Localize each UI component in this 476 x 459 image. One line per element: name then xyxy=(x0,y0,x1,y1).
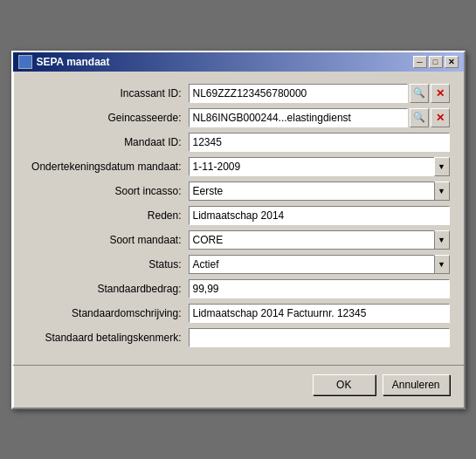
form-content: Incassant ID: 🔍 ✕ Geincasseerde: 🔍 ✕ xyxy=(13,72,464,358)
ondertekeningsdatum-label: Ondertekeningsdatum mandaat: xyxy=(27,161,189,173)
dropdown-arrow-icon: ▼ xyxy=(438,187,445,195)
standaard-betalingskenmerk-label: Standaard betalingskenmerk: xyxy=(27,332,189,344)
incassant-id-clear-button[interactable]: ✕ xyxy=(431,84,450,103)
window-icon xyxy=(18,55,32,69)
incassant-id-label: Incassant ID: xyxy=(27,87,189,99)
soort-mandaat-row: CORE ▼ xyxy=(189,230,450,250)
search-icon: 🔍 xyxy=(413,112,425,123)
title-bar-left: SEPA mandaat xyxy=(18,55,110,69)
reden-row xyxy=(189,206,450,225)
reden-input[interactable] xyxy=(189,206,450,225)
soort-mandaat-dropdown-button[interactable]: ▼ xyxy=(434,230,450,250)
standaard-betalingskenmerk-input[interactable] xyxy=(189,328,450,347)
close-icon: ✕ xyxy=(436,87,445,99)
ondertekeningsdatum-input[interactable] xyxy=(189,157,450,176)
ok-button[interactable]: OK xyxy=(313,374,376,395)
bottom-bar: OK Annuleren xyxy=(13,365,464,408)
title-bar-buttons: ─ □ ✕ xyxy=(413,56,459,68)
standaardomschrijving-label: Standaardomschrijving: xyxy=(27,307,189,319)
window-close-button[interactable]: ✕ xyxy=(445,56,459,68)
standaardomschrijving-input[interactable] xyxy=(189,304,450,323)
status-row: Actief ▼ xyxy=(189,255,450,274)
soort-mandaat-display[interactable]: CORE xyxy=(189,230,434,250)
standaardbedrag-input[interactable] xyxy=(189,279,450,298)
status-label: Status: xyxy=(27,258,189,271)
soort-incasso-label: Soort incasso: xyxy=(27,185,189,197)
status-display[interactable]: Actief xyxy=(189,255,434,274)
soort-incasso-combo: Eerste ▼ xyxy=(189,182,450,201)
soort-incasso-dropdown-button[interactable]: ▼ xyxy=(434,182,450,201)
annuleren-button[interactable]: Annuleren xyxy=(383,374,450,395)
ondertekeningsdatum-row: ▼ xyxy=(189,157,450,176)
geincasseerde-clear-button[interactable]: ✕ xyxy=(431,108,450,127)
status-dropdown-button[interactable]: ▼ xyxy=(434,255,450,274)
incassant-id-row: 🔍 ✕ xyxy=(189,84,450,103)
soort-incasso-row: Eerste ▼ xyxy=(189,182,450,201)
dropdown-arrow-icon: ▼ xyxy=(438,236,445,244)
window-title: SEPA mandaat xyxy=(37,56,110,68)
form-grid: Incassant ID: 🔍 ✕ Geincasseerde: 🔍 ✕ xyxy=(27,84,450,347)
geincasseerde-search-button[interactable]: 🔍 xyxy=(410,108,429,127)
close-icon: ✕ xyxy=(436,112,445,124)
minimize-button[interactable]: ─ xyxy=(413,56,427,68)
mandaat-id-label: Mandaat ID: xyxy=(27,136,189,148)
geincasseerde-input[interactable] xyxy=(189,108,408,127)
sepa-mandaat-window: SEPA mandaat ─ □ ✕ Incassant ID: 🔍 ✕ Gei… xyxy=(11,51,466,409)
maximize-button[interactable]: □ xyxy=(429,56,443,68)
ondertekeningsdatum-dropdown-icon[interactable]: ▼ xyxy=(434,157,450,176)
status-combo: Actief ▼ xyxy=(189,255,450,274)
incassant-id-search-button[interactable]: 🔍 xyxy=(410,84,429,103)
geincasseerde-row: 🔍 ✕ xyxy=(189,108,450,127)
search-icon: 🔍 xyxy=(413,87,425,99)
reden-label: Reden: xyxy=(27,209,189,222)
soort-mandaat-label: Soort mandaat: xyxy=(27,234,189,246)
standaardbedrag-label: Standaardbedrag: xyxy=(27,283,189,295)
soort-incasso-display[interactable]: Eerste xyxy=(189,182,434,201)
soort-mandaat-combo: CORE ▼ xyxy=(189,230,450,250)
standaardomschrijving-row xyxy=(189,304,450,323)
mandaat-id-input[interactable] xyxy=(189,133,450,152)
standaardbedrag-row xyxy=(189,279,450,298)
dropdown-arrow-icon: ▼ xyxy=(438,260,445,269)
mandaat-id-row xyxy=(189,133,450,152)
incassant-id-input[interactable] xyxy=(189,84,408,103)
geincasseerde-label: Geincasseerde: xyxy=(27,112,189,124)
title-bar: SEPA mandaat ─ □ ✕ xyxy=(13,52,464,72)
standaard-betalingskenmerk-row xyxy=(189,328,450,347)
